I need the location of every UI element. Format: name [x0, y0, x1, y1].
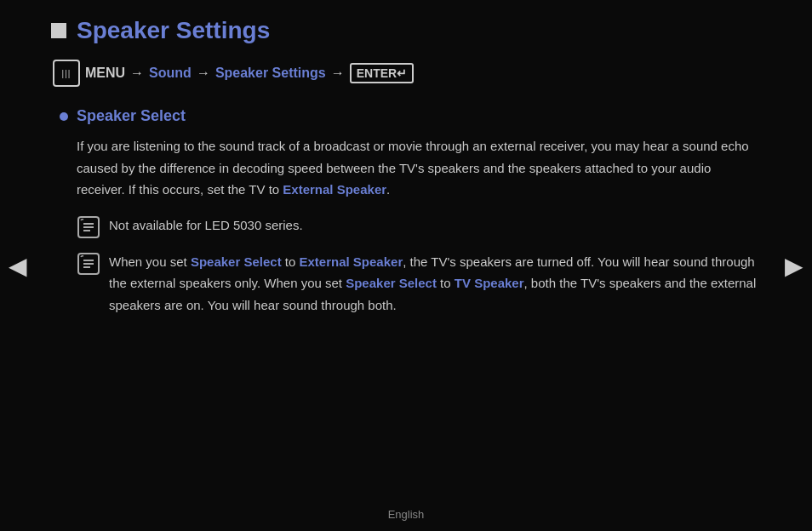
breadcrumb-arrow-1: →	[130, 66, 144, 81]
breadcrumb-settings-label: Speaker Settings	[215, 66, 326, 81]
page-title: Speaker Settings	[77, 17, 270, 44]
note2-start: When you set	[109, 254, 191, 269]
breadcrumb-arrow-2: →	[197, 66, 210, 81]
main-description: If you are listening to the sound track …	[77, 135, 761, 201]
note-2-row: When you set Speaker Select to External …	[77, 251, 761, 317]
enter-icon: ENTER	[350, 63, 414, 83]
section-heading-row: Speaker Select	[60, 107, 761, 125]
note-2-text: When you set Speaker Select to External …	[109, 251, 761, 317]
note-1-text: Not available for LED 5030 series.	[109, 214, 303, 237]
breadcrumb-arrow-3: →	[331, 66, 345, 81]
speaker-select-link-2: Speaker Select	[346, 276, 437, 290]
title-row: Speaker Settings	[51, 17, 761, 44]
menu-icon	[53, 60, 80, 87]
note-1-row: Not available for LED 5030 series.	[77, 214, 761, 239]
content-section: Speaker Select If you are listening to t…	[60, 107, 761, 316]
main-text-1: If you are listening to the sound track …	[77, 139, 749, 197]
footer-language: English	[388, 508, 425, 521]
main-text-1-end: .	[386, 182, 390, 197]
note-icon-1	[77, 215, 100, 239]
title-square-icon	[51, 23, 66, 38]
speaker-select-link-1: Speaker Select	[191, 254, 282, 269]
bullet-dot-icon	[60, 112, 68, 121]
breadcrumb-menu-label: MENU	[85, 66, 125, 81]
external-speaker-link-2: External Speaker	[300, 254, 403, 269]
breadcrumb: MENU → Sound → Speaker Settings → ENTER	[53, 60, 761, 87]
breadcrumb-sound-label: Sound	[149, 66, 192, 81]
note2-mid3: to	[437, 276, 455, 290]
external-speaker-link-1: External Speaker	[283, 182, 386, 197]
section-heading: Speaker Select	[77, 107, 186, 125]
note-icon-2	[77, 252, 100, 276]
note2-mid1: to	[282, 254, 300, 269]
tv-speaker-link: TV Speaker	[455, 276, 524, 290]
